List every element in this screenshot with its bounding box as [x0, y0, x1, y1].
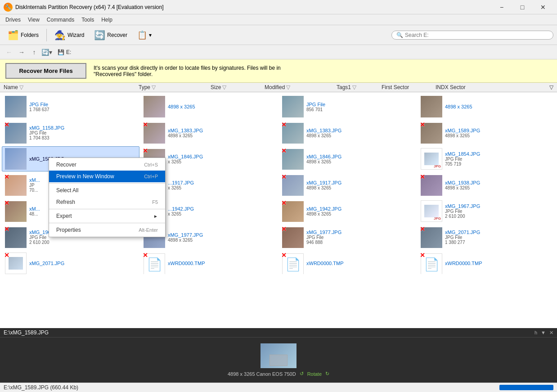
file-name: xMG_1846.JPG: [168, 154, 275, 159]
ctx-expert-arrow: ►: [153, 214, 158, 219]
menu-commands[interactable]: Commands: [43, 16, 78, 24]
ctx-separator-2: [49, 209, 165, 209]
file-thumbnail: ✕: [282, 122, 304, 144]
search-icon: 🔍: [396, 32, 403, 38]
list-item[interactable]: ✕ xMG_1158.JPG JPG File 1 704 833: [2, 120, 139, 145]
list-item[interactable]: JPG File 856 701: [279, 94, 417, 119]
h-label: h: [535, 330, 537, 336]
context-menu-select-all[interactable]: Select All: [49, 185, 165, 196]
status-bar: E:\xMG_1589.JPG (660.44 Kb): [0, 383, 557, 392]
menu-view[interactable]: View: [24, 16, 43, 24]
list-item[interactable]: ✕ xMG_1846.JPG 4898 x 3265: [279, 146, 417, 171]
rotate-right-icon[interactable]: ↻: [325, 371, 329, 377]
list-item[interactable]: JPG File 1 768 637: [2, 94, 139, 119]
history-button[interactable]: 🔄▾: [41, 47, 52, 58]
list-item[interactable]: 4898 x 3265: [140, 94, 278, 119]
search-box: 🔍: [391, 31, 553, 40]
file-info: xMG_2071.JPG: [29, 261, 136, 266]
rotate-left-icon[interactable]: ↺: [300, 371, 304, 377]
file-type: 4898 x 3265: [168, 238, 275, 243]
view-options-button[interactable]: 📋 ▾: [133, 28, 156, 42]
column-headers: Name ▽ Type ▽ Size ▽ Modified ▽ Tags1 ▽ …: [0, 83, 557, 92]
deleted-mark: ✕: [421, 122, 425, 128]
ctx-refresh-label: Refresh: [56, 199, 75, 205]
ctx-expert-label: Expert: [56, 213, 72, 219]
file-info: JPG File 1 768 637: [29, 102, 136, 112]
forward-button[interactable]: →: [16, 47, 27, 58]
file-name: xMG_1383.JPG: [168, 128, 275, 133]
file-name: xMG_1977.JPG: [168, 232, 275, 238]
file-thumbnail: [421, 96, 442, 117]
file-path-text: E:\xMG_1589.JPG: [4, 329, 49, 336]
maximize-button[interactable]: □: [512, 0, 533, 14]
col-header-first-sector[interactable]: First Sector: [382, 84, 436, 90]
col-header-size[interactable]: Size ▽: [211, 84, 265, 90]
file-thumbnail: [144, 96, 165, 117]
file-name: ...1942.JPG: [168, 206, 275, 212]
file-thumbnail: ✕: [5, 174, 27, 196]
context-menu: Recover Ctrl+S Preview in New Window Ctr…: [49, 158, 166, 237]
list-item[interactable]: ✕ xMG_1942.JPG 4898 x 3265: [279, 198, 417, 224]
menu-drives[interactable]: Drives: [2, 16, 24, 24]
file-name: xMG_1942.JPG: [306, 206, 413, 212]
context-menu-refresh[interactable]: Refresh F5: [49, 196, 165, 208]
up-button[interactable]: ↑: [29, 47, 40, 58]
window-title: DiskInternals Partition Recovery (x64) 7…: [15, 4, 163, 10]
file-thumbnail: ✕: [282, 226, 304, 248]
sort-icon: ▽: [222, 84, 226, 90]
ctx-refresh-shortcut: F5: [152, 199, 158, 205]
close-button[interactable]: ✕: [533, 0, 553, 14]
list-item[interactable]: ✕ 📄 xWRD0000.TMP: [418, 251, 555, 276]
file-thumbnail: [5, 96, 27, 117]
list-item[interactable]: ✕ xMG_1589.JPG 4898 x 3265: [418, 120, 555, 145]
col-header-tags1[interactable]: Tags1 ▽: [337, 84, 382, 90]
list-item[interactable]: ✕ 📄 xWRD0000.TMP: [140, 251, 278, 276]
list-item[interactable]: ✕ xMG_1854.JPG JPG File 705 719: [418, 146, 555, 171]
recover-more-files-button[interactable]: Recover More Files: [5, 63, 86, 79]
search-input[interactable]: [405, 32, 548, 38]
list-item[interactable]: ✕ xMG_2071.JPG: [2, 251, 139, 276]
deleted-mark: ✕: [144, 252, 148, 259]
col-header-modified[interactable]: Modified ▽: [265, 84, 337, 90]
minimize-button[interactable]: −: [491, 0, 512, 14]
folders-icon: 🗂️: [8, 30, 19, 41]
list-item[interactable]: ✕ xMG_1383.JPG 4898 x 3265: [279, 120, 417, 145]
recover-button[interactable]: 🔄 Recover: [90, 27, 131, 43]
col-header-name[interactable]: Name ▽: [4, 84, 139, 90]
list-item[interactable]: ✕ xMG_1917.JPG 4898 x 3265: [279, 172, 417, 198]
back-button[interactable]: ←: [4, 47, 14, 58]
file-info: xMG_2071.JPG JPG File 1 380 277: [445, 230, 552, 245]
list-item[interactable]: ✕ xMG_1967.JPG JPG File 2 610 200: [418, 198, 555, 224]
file-path-bar: E:\xMG_1589.JPG h ▼ ✕: [0, 328, 557, 338]
file-name: xMG_1977.JPG: [306, 230, 413, 235]
file-size: 2 610 200: [445, 214, 552, 219]
file-name: xWRD0000.TMP: [168, 261, 275, 266]
wizard-button[interactable]: 🧙 Wizard: [50, 27, 88, 43]
file-info: xMG_1854.JPG JPG File 705 719: [445, 151, 552, 167]
list-item[interactable]: ✕ xMG_1938.JPG 4898 x 3265: [418, 172, 555, 198]
context-menu-properties[interactable]: Properties Alt-Enter: [49, 224, 165, 236]
list-item[interactable]: ✕ 📄 xWRD0000.TMP: [279, 251, 417, 276]
deleted-mark: ✕: [282, 122, 287, 128]
close-preview-icon[interactable]: ✕: [549, 330, 553, 336]
toolbar: 🗂️ Folders 🧙 Wizard 🔄 Recover 📋 ▾ 🔍: [0, 25, 557, 45]
list-item[interactable]: 4898 x 3265: [418, 94, 555, 119]
menu-tools[interactable]: Tools: [78, 16, 98, 24]
deleted-mark: ✕: [421, 226, 425, 233]
menu-help[interactable]: Help: [98, 16, 116, 24]
preview-dimensions: 4898 x 3265 Canon EOS 750D: [228, 371, 296, 377]
context-menu-recover[interactable]: Recover Ctrl+S: [49, 159, 165, 171]
list-item[interactable]: ✕ xMG_1977.JPG JPG File 946 888: [279, 225, 417, 250]
rotate-label: Rotate: [307, 371, 322, 377]
deleted-mark: ✕: [144, 122, 148, 128]
file-thumbnail: ✕: [282, 200, 304, 222]
context-menu-preview[interactable]: Preview in New Window Ctrl+P: [49, 171, 165, 182]
folders-button[interactable]: 🗂️ Folders: [4, 27, 43, 43]
list-item[interactable]: ✕ xMG_2071.JPG JPG File 1 380 277: [418, 225, 555, 250]
list-item[interactable]: ✕ xMG_1383.JPG 4898 x 3265: [140, 120, 278, 145]
file-name: xMG_1854.JPG: [445, 151, 552, 157]
col-header-type[interactable]: Type ▽: [139, 84, 211, 90]
file-name: xWRD0000.TMP: [445, 261, 552, 266]
context-menu-expert[interactable]: Expert ►: [49, 210, 165, 222]
col-header-indx-sector[interactable]: INDX Sector ▽: [436, 84, 553, 90]
